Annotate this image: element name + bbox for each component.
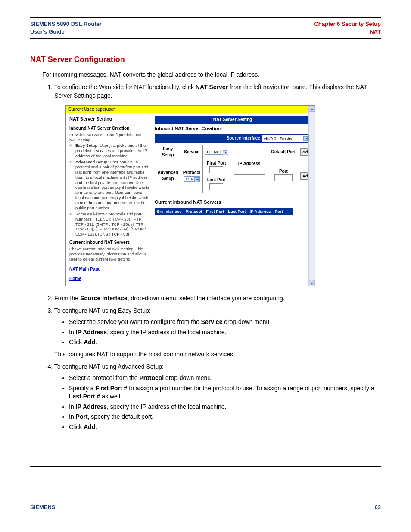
step-3a: Select the service you want to configure… (69, 318, 381, 327)
step-3b: In IP Address, specify the IP address of… (69, 328, 381, 337)
help-panel: NAT Server Setting Inbound NAT Server Cr… (66, 113, 153, 286)
help-sub-inbound: Inbound NAT Server Creation (69, 125, 149, 131)
col-empty (285, 208, 293, 215)
help-inbound-desc: Provides two ways to configure inbound N… (69, 132, 149, 143)
current-user-bar: Current User: superuser (66, 106, 315, 113)
current-servers-heading: Current Inbound NAT Servers (155, 199, 311, 205)
settings-banner: NAT Server Setting (155, 116, 311, 124)
step-1: To configure the Wan side for NAT functi… (54, 83, 381, 286)
step-3c: Click Add. (69, 338, 381, 347)
setup-table: Easy Setup Service TELNET IP Address Def… (155, 145, 311, 193)
step-4b: Specify a First Port # to assign a port … (69, 384, 381, 401)
step-4: To configure NAT using Advanced Setup: S… (54, 363, 381, 431)
scroll-up-icon[interactable]: ▴ (309, 106, 315, 112)
header-chapter: Chapter 6 Security Setup (314, 20, 381, 28)
source-interface-row: Source Interface eth/0:0 - Trusted (155, 134, 311, 143)
source-interface-select[interactable]: eth/0:0 - Trusted (262, 135, 309, 142)
home-link[interactable]: Home (69, 276, 81, 282)
inbound-creation-heading: Inbound NAT Server Creation (155, 125, 311, 132)
page-header: SIEMENS 5890 DSL Router User's Guide Cha… (30, 18, 381, 38)
col-ip-address: IP Address (248, 208, 273, 215)
header-guide: User's Guide (30, 28, 102, 36)
help-bullet-easy: Easy Setup: User just picks one of the p… (75, 143, 149, 159)
last-port-label: Last Port (207, 177, 226, 182)
scrollbar[interactable]: ▴ ▾ (308, 106, 315, 286)
col-port: Port (273, 208, 285, 215)
first-port-label: First Port (207, 161, 226, 165)
col-last-port: Last Port (226, 208, 248, 215)
settings-panel: NAT Server Setting Inbound NAT Server Cr… (153, 113, 315, 286)
advanced-setup-label: Advanced Setup (155, 159, 181, 193)
source-interface-label: Source Interface (227, 135, 260, 141)
intro-paragraph: For incoming messages, NAT converts the … (42, 71, 381, 79)
help-bullet-protocols: Some well-known protocols and port numbe… (75, 212, 149, 237)
port-label: Port (270, 168, 297, 174)
default-port-label: Default Port (268, 145, 299, 159)
header-section: NAT (314, 28, 381, 36)
footer-brand: SIEMENS (30, 504, 56, 511)
protocol-label: Protocol (183, 170, 201, 176)
step-4c: In IP Address, specify the IP address of… (69, 403, 381, 411)
help-current-desc: Shows current inbound NAT setting. This … (69, 246, 149, 262)
first-port-input[interactable] (209, 166, 223, 173)
step-3: To configure NAT using Easy Setup: Selec… (54, 307, 381, 358)
step-4d: In Port, specify the default port. (69, 413, 381, 421)
ip-address-input[interactable] (234, 168, 265, 175)
page-footer: SIEMENS 63 (30, 501, 381, 514)
last-port-input[interactable] (209, 183, 223, 190)
step-4e: Click Add. (69, 423, 381, 432)
service-label: Service (181, 145, 202, 159)
header-product: SIEMENS 5890 DSL Router (30, 20, 102, 28)
step-4a: Select a protocol from the Protocol drop… (69, 374, 381, 383)
step-2: From the Source Interface, drop-down men… (54, 294, 381, 303)
col-src-interface: Src Interface (155, 208, 184, 215)
help-sub-current: Current Inbound NAT Servers (69, 240, 149, 246)
ip-address-label: IP Address (232, 161, 267, 167)
help-bullet-advanced: Advanced Setup: User can pick a protocol… (75, 159, 149, 211)
service-select[interactable]: TELNET (205, 149, 228, 155)
nat-server-screenshot: ▴ ▾ Current User: superuser NAT Server S… (65, 105, 315, 286)
col-protocol: Protocol (184, 208, 204, 215)
protocol-select[interactable]: TCP (184, 176, 200, 182)
col-first-port: First Port (204, 208, 226, 215)
scroll-down-icon[interactable]: ▾ (309, 280, 315, 286)
port-input[interactable] (274, 174, 293, 181)
section-title: NAT Server Configuration (30, 54, 381, 65)
footer-page-number: 63 (375, 504, 381, 511)
step-3-note: This configures NAT to support the most … (54, 350, 381, 359)
help-title: NAT Server Setting (69, 116, 149, 122)
nat-main-page-link[interactable]: NAT Main Page (69, 266, 100, 272)
easy-setup-label: Easy Setup (155, 145, 181, 159)
current-servers-table: Src Interface Protocol First Port Last P… (155, 207, 293, 215)
